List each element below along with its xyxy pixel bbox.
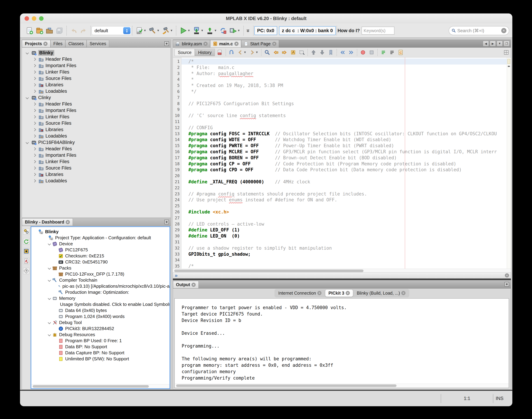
close-icon[interactable]: ×: [272, 42, 276, 46]
dashboard-item[interactable]: pic-as (v3.10) [/Applications/microchip/…: [31, 283, 170, 289]
code-line-25[interactable]: [182, 203, 507, 209]
editor-tab-blinky-asm[interactable]: asmblinky.asm×: [173, 40, 210, 47]
dashboard-hscrollbar[interactable]: [31, 384, 170, 388]
bookmark-button[interactable]: [327, 49, 334, 56]
code-area[interactable]: /* * File: main.c * Author: paulgallaghe…: [182, 57, 507, 269]
refresh-debug-button[interactable]: [219, 26, 228, 35]
save-all-button[interactable]: [55, 26, 64, 35]
set-config-button[interactable]: SRC▼: [135, 26, 147, 35]
record-button[interactable]: [359, 49, 367, 56]
dashboard-item[interactable]: Memory: [31, 295, 170, 301]
chevron-right-icon[interactable]: [33, 115, 36, 118]
help-button[interactable]: ?: [23, 268, 29, 275]
tree-item-important-files[interactable]: Important Files: [22, 63, 171, 69]
error-stripe[interactable]: [507, 57, 511, 269]
chevron-down-icon[interactable]: [25, 141, 29, 144]
close-icon[interactable]: ×: [234, 42, 238, 46]
configuration-select[interactable]: default▲▼: [92, 26, 131, 35]
close-icon[interactable]: ×: [43, 42, 48, 46]
tab-projects[interactable]: Projects×: [22, 40, 50, 47]
close-icon[interactable]: ×: [505, 273, 509, 277]
chevron-right-icon[interactable]: [33, 173, 36, 176]
chevron-right-icon[interactable]: [33, 77, 36, 80]
console-hscrollbar[interactable]: [175, 383, 509, 388]
close-icon[interactable]: ×: [203, 42, 208, 46]
nav-fwd-button[interactable]: ▼: [248, 49, 259, 56]
find-prev-button[interactable]: [272, 49, 280, 56]
tree-item-linker-files[interactable]: Linker Files: [22, 114, 171, 120]
code-line-32[interactable]: // use a shadow register to simplify bit…: [182, 245, 507, 251]
tree-item-source-files[interactable]: Source Files: [22, 75, 171, 82]
tab-files[interactable]: Files: [50, 40, 65, 47]
output-console[interactable]: Programmer to target power is enabled - …: [174, 298, 509, 388]
dashboard-item[interactable]: 32CRC32: 0xE5451790: [31, 259, 170, 265]
code-line-26[interactable]: #include <xc.h>: [182, 209, 507, 215]
highlight-button[interactable]: [289, 49, 297, 56]
redo-button[interactable]: [79, 26, 88, 35]
nav-last-button[interactable]: [228, 49, 235, 56]
code-line-16[interactable]: #pragma config MCLRE = OFF // GP3/MCLR p…: [182, 149, 507, 155]
search-input[interactable]: Search (⌘+I)×: [449, 26, 509, 35]
tab-dashboard[interactable]: Blinky - Dashboard ×: [22, 218, 73, 226]
chevron-down-icon[interactable]: [48, 333, 51, 336]
chevron-down-icon[interactable]: [48, 242, 51, 245]
tab-classes[interactable]: Classes: [65, 40, 87, 47]
code-line-21[interactable]: #define _XTAL_FREQ (4000000) // 4MHz clo…: [182, 179, 507, 185]
tree-item-important-files[interactable]: Important Files: [22, 107, 171, 114]
code-line-27[interactable]: [182, 215, 507, 221]
dashboard-item[interactable]: iPICkit3: BUR132284452: [31, 326, 170, 332]
tree-item-libraries[interactable]: Libraries: [22, 171, 171, 178]
keyword-input[interactable]: Keyword(s): [362, 27, 395, 35]
chevron-right-icon[interactable]: [33, 166, 36, 170]
nav-back-button[interactable]: ▼: [237, 49, 247, 56]
tree-item-blinky[interactable]: iBlinky: [22, 50, 171, 56]
code-line-9[interactable]: [182, 106, 507, 113]
chevron-right-icon[interactable]: [33, 122, 36, 125]
tree-item-source-files[interactable]: Source Files: [22, 165, 171, 171]
tree-item-libraries[interactable]: Libraries: [22, 82, 171, 88]
tree-item-header-files[interactable]: Header Files: [22, 56, 171, 63]
clear-search-icon[interactable]: ×: [501, 28, 507, 33]
output-tab-internet-connection[interactable]: Internet Connection×: [275, 290, 325, 297]
code-line-7[interactable]: [182, 95, 507, 101]
dashboard-item[interactable]: Program 1,024 (0x400) words: [31, 314, 170, 320]
code-line-31[interactable]: [182, 239, 507, 245]
restore-window-icon[interactable]: [505, 282, 509, 287]
overflow-button[interactable]: »: [246, 27, 251, 35]
output-tab-blinky-build-load-[interactable]: Blinky (Build, Load, ...)×: [354, 290, 408, 297]
tree-item-loadables[interactable]: 01Loadables: [22, 133, 171, 139]
code-line-8[interactable]: // PIC12F675 Configuration Bit Settings: [182, 101, 507, 107]
dashboard-item[interactable]: Debug Tool: [31, 320, 170, 326]
chevron-right-icon[interactable]: [33, 58, 36, 61]
chevron-right-icon[interactable]: [33, 70, 36, 74]
code-line-1[interactable]: /*: [182, 58, 507, 65]
dashboard-item[interactable]: Packs: [31, 265, 170, 271]
build-button[interactable]: ▼: [148, 26, 161, 35]
close-icon[interactable]: ×: [192, 283, 196, 287]
pdf-button[interactable]: PDF: [216, 49, 223, 56]
code-line-2[interactable]: * File: main.c: [182, 65, 507, 71]
dashboard-item[interactable]: iUsage Symbols disabled. Click to enable…: [31, 301, 170, 307]
rect-select-button[interactable]: [298, 49, 305, 56]
tree-item-loadables[interactable]: 01Loadables: [22, 178, 171, 184]
tree-item-libraries[interactable]: Libraries: [22, 127, 171, 133]
code-line-29[interactable]: #define LED_OFF (1): [182, 227, 507, 233]
horizontal-splitter[interactable]: [173, 278, 511, 280]
tree-item-linker-files[interactable]: Linker Files: [22, 69, 171, 75]
chevron-down-icon[interactable]: [48, 278, 51, 282]
code-line-5[interactable]: * Created on 19 May, 2018, 5:38 PM: [182, 82, 507, 89]
program-device-button[interactable]: ▼: [192, 26, 204, 35]
close-icon[interactable]: ×: [317, 291, 322, 295]
close-icon[interactable]: ×: [66, 220, 70, 224]
tab-output[interactable]: Output ×: [173, 281, 198, 288]
stop-button[interactable]: [368, 49, 375, 56]
restore-window-icon[interactable]: [164, 41, 169, 46]
dashboard-item[interactable]: Program BP Used: 0 Free: 1: [31, 338, 170, 344]
tab-list-icon[interactable]: ▼: [497, 41, 503, 46]
source-button[interactable]: Source: [174, 49, 195, 56]
chevron-right-icon[interactable]: [33, 83, 36, 86]
scroll-left-icon[interactable]: ◀: [483, 41, 489, 46]
code-line-4[interactable]: *: [182, 77, 507, 82]
gears-button[interactable]: [23, 228, 29, 235]
pdf-doc-button[interactable]: [23, 258, 29, 265]
